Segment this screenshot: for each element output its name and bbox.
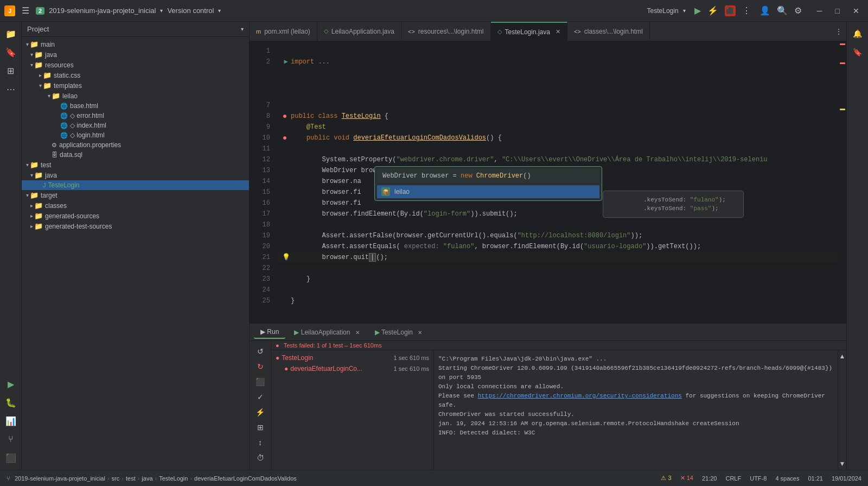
tab-classes-login[interactable]: <> classes\...\login.html — [567, 22, 650, 41]
tree-item-templates[interactable]: ▾ 📁 templates — [22, 80, 249, 91]
terminal-icon[interactable]: ⬛ — [3, 450, 18, 465]
stop-tests-button[interactable]: ⬛ — [254, 376, 266, 388]
search-icon[interactable]: 🔍 — [777, 5, 788, 16]
autocomplete-item-leilao[interactable]: 📦 leilao — [377, 185, 599, 198]
java-icon: ◇ — [324, 28, 328, 35]
bookmarks-right-icon[interactable]: 🔖 — [850, 45, 865, 60]
build-icon[interactable]: ⚡ — [707, 5, 718, 16]
project-icon[interactable]: 📁 — [3, 26, 18, 41]
indent-size[interactable]: 4 spaces — [775, 475, 799, 482]
project-badge: 2 — [36, 7, 44, 15]
tree-item-data-sql[interactable]: ▸ 🗄 data.sql — [22, 150, 249, 160]
project-name[interactable]: 2019-selenium-java-projeto_inicial — [49, 7, 156, 15]
maximize-button[interactable]: □ — [831, 5, 844, 16]
run-tab-teste-login[interactable]: ▶ TesteLogin ✕ — [368, 326, 429, 338]
sort-button[interactable]: ↕ — [257, 437, 264, 449]
close-button[interactable]: ✕ — [848, 5, 864, 16]
tree-item-teste-login[interactable]: ▸ J TesteLogin — [22, 180, 249, 190]
stop-button[interactable]: ⬛ — [725, 5, 736, 16]
test-item-deveria[interactable]: ● deveriaEfetuarLoginCo... 1 sec 610 ms — [273, 363, 431, 374]
clock-icon[interactable]: ⏱ — [255, 452, 266, 464]
more-options-icon[interactable]: ⋮ — [742, 5, 751, 16]
errors-count[interactable]: ✕ 14 — [680, 475, 693, 482]
tree-item-static-css[interactable]: ▸ 📁 static.css — [22, 70, 249, 80]
warnings-count[interactable]: ⚠ 3 — [661, 475, 671, 482]
error-icon: ● — [284, 365, 288, 373]
tree-item-java-test[interactable]: ▾ 📁 java — [22, 170, 249, 180]
tree-item-generated-test-sources[interactable]: ▸ 📁 generated-test-sources — [22, 221, 249, 231]
close-icon[interactable]: ✕ — [355, 330, 360, 336]
notifications-icon[interactable]: 🔔 — [850, 26, 865, 41]
line-ending[interactable]: CRLF — [725, 475, 741, 482]
tree-item-app-properties[interactable]: ▸ ⚙ application.properties — [22, 140, 249, 150]
bookmarks-icon[interactable]: 🔖 — [3, 45, 18, 60]
tab-label: resources\...\login.html — [418, 28, 484, 35]
output-scroll-controls: ▲ ▼ — [838, 350, 846, 470]
breadcrumb-src[interactable]: src — [112, 475, 120, 482]
tree-item-generated-sources[interactable]: ▸ 📁 generated-sources — [22, 211, 249, 221]
breadcrumb-test[interactable]: test — [126, 475, 136, 482]
tab-label: LeilaoApplication.java — [331, 28, 394, 35]
tree-item-base-html[interactable]: ▸ 🌐 base.html — [22, 101, 249, 111]
java-icon: ◇ — [497, 28, 502, 35]
titlebar: J ☰ 2 2019-selenium-java-projeto_inicial… — [0, 0, 868, 22]
breadcrumb-method[interactable]: deveriaEfetuarLoginComDadosValidos — [194, 475, 297, 482]
git-icon[interactable]: ⑂ — [3, 432, 18, 447]
run-icon[interactable]: ▶ — [3, 376, 18, 392]
version-control[interactable]: Version control — [167, 7, 214, 15]
tree-item-classes[interactable]: ▸ 📁 classes — [22, 200, 249, 211]
scroll-up-button[interactable]: ▲ — [839, 352, 846, 360]
filter-button[interactable]: ✓ — [256, 391, 265, 403]
line-col-position[interactable]: 21:20 — [702, 475, 717, 482]
run-button[interactable]: ▶ — [694, 5, 701, 16]
tab-leilao-application[interactable]: ◇ LeilaoApplication.java — [317, 22, 401, 41]
version-chevron-icon[interactable]: ▾ — [218, 8, 221, 14]
close-icon[interactable]: ✕ — [418, 330, 422, 336]
settings-icon[interactable]: ⚙ — [794, 5, 802, 16]
tab-pom-xml[interactable]: m pom.xml (leilao) — [250, 22, 317, 41]
user-icon[interactable]: 👤 — [760, 5, 770, 16]
profile-name[interactable]: TesteLogin — [647, 7, 679, 15]
profile-chevron-icon[interactable]: ▾ — [683, 8, 686, 14]
debug-icon[interactable]: 🐛 — [3, 395, 18, 410]
autocomplete-popup[interactable]: WebDriver browser = new ChromeDriver() 📦… — [374, 166, 602, 201]
breadcrumb-class[interactable]: TesteLogin — [159, 475, 188, 482]
output-line-3: Only local connections are allowed. — [438, 382, 833, 392]
tab-resources-login[interactable]: <> resources\...\login.html — [401, 22, 491, 41]
tabs-more-button[interactable]: ⋮ — [831, 28, 846, 35]
git-branch-icon[interactable]: ⑂ — [7, 475, 10, 482]
run-tab-run[interactable]: ▶ Run — [254, 326, 285, 339]
filter-failed-button[interactable]: ⚡ — [254, 406, 266, 418]
more-tools-icon[interactable]: ⋯ — [3, 81, 18, 97]
breadcrumb-java[interactable]: java — [142, 475, 152, 482]
tree-item-index-html[interactable]: ▸ 🌐 ◇ index.html — [22, 121, 249, 130]
hamburger-icon[interactable]: ☰ — [20, 3, 31, 18]
run-tab-leilao-application[interactable]: ▶ LeilaoApplication ✕ — [288, 326, 366, 338]
tree-item-java-src[interactable]: ▾ 📁 java — [22, 49, 249, 60]
tree-view-button[interactable]: ⊞ — [256, 421, 265, 433]
test-item-teste-login[interactable]: ● TesteLogin 1 sec 610 ms — [273, 352, 431, 363]
structure-icon[interactable]: ⊞ — [3, 63, 18, 78]
tree-item-test[interactable]: ▾ 📁 test — [22, 160, 249, 170]
rerun-button[interactable]: ↺ — [256, 345, 265, 357]
tree-item-main[interactable]: ▾ 📁 main — [22, 39, 249, 49]
tree-item-target[interactable]: ▾ 📁 target — [22, 190, 249, 200]
project-chevron-icon[interactable]: ▾ — [241, 26, 244, 32]
security-link[interactable]: https://chromedriver.chromium.org/securi… — [478, 393, 682, 399]
tree-item-leilao[interactable]: ▾ 📁 leilao — [22, 91, 249, 101]
tab-teste-login[interactable]: ◇ TesteLogin.java ✕ — [491, 22, 567, 41]
chevron-down-icon[interactable]: ▾ — [160, 8, 163, 14]
encoding[interactable]: UTF-8 — [750, 475, 767, 482]
scroll-down-button[interactable]: ▼ — [839, 460, 846, 468]
code-line-22 — [277, 263, 846, 274]
rerun-failed-button[interactable]: ↻ — [256, 361, 265, 373]
tree-item-resources[interactable]: ▾ 📁 resources — [22, 60, 249, 70]
run-left-panel: ● TesteLogin 1 sec 610 ms ● deveriaEfetu… — [271, 350, 434, 470]
minimize-button[interactable]: ─ — [813, 5, 827, 16]
tab-close-icon[interactable]: ✕ — [556, 28, 560, 35]
tree-item-error-html[interactable]: ▸ 🌐 ◇ error.html — [22, 111, 249, 121]
breadcrumb-project[interactable]: 2019-selenium-java-projeto_inicial — [15, 475, 105, 482]
profiler-icon[interactable]: 📊 — [3, 413, 18, 428]
current-date: 19/01/2024 — [832, 475, 861, 482]
tree-item-login-html[interactable]: ▸ 🌐 ◇ login.html — [22, 130, 249, 140]
